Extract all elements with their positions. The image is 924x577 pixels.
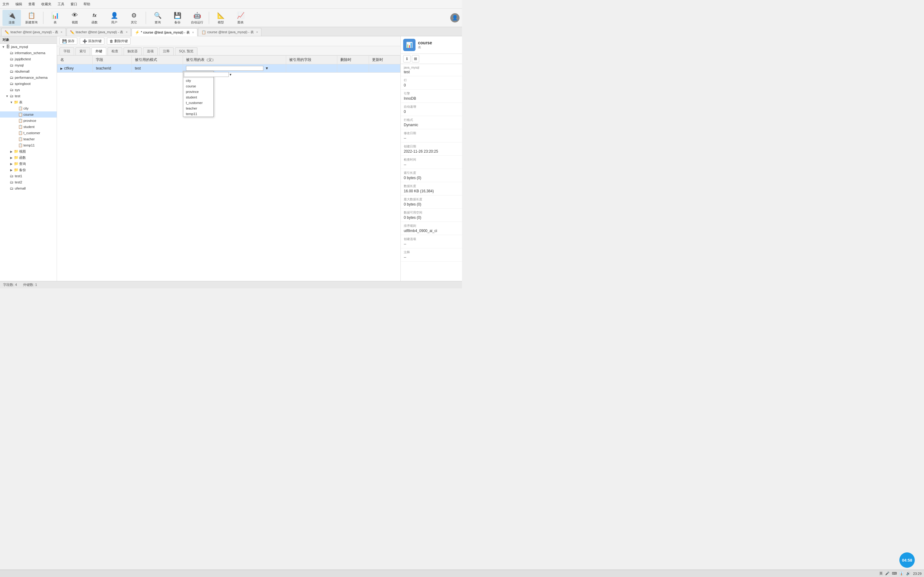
dropdown-item-province[interactable]: province xyxy=(183,89,213,95)
tab-close-4[interactable]: × xyxy=(256,31,258,34)
sidebar-item-queries-group[interactable]: ▶ 📁 查询 xyxy=(0,161,57,167)
sidebar-item-jspjdbctest[interactable]: 🗂 jspjdbctest xyxy=(0,56,57,62)
user-button[interactable]: 👤 用户 xyxy=(105,10,123,26)
sidebar-item-backup-group[interactable]: ▶ 📁 备份 xyxy=(0,167,57,173)
label-test1: test1 xyxy=(15,174,22,178)
tab-indexes[interactable]: 索引 xyxy=(76,47,90,55)
menu-window[interactable]: 窗口 xyxy=(71,2,77,6)
tab-checks[interactable]: 检查 xyxy=(108,47,122,55)
backup-button[interactable]: 💾 备份 xyxy=(168,10,187,26)
sidebar-item-test[interactable]: ▼ 🗂 test xyxy=(0,93,57,99)
sidebar-item-tables-group[interactable]: ▼ 📁 表 xyxy=(0,99,57,105)
user-avatar[interactable]: 👤 xyxy=(450,13,460,23)
sidebar-item-mysql[interactable]: 🗂 mysql xyxy=(0,62,57,68)
dropdown-item-t_customer[interactable]: t_customer xyxy=(183,100,213,106)
tab-course-modified[interactable]: ⚡ * course @test (java_mysql) - 表 × xyxy=(131,28,197,36)
dropdown-item-city[interactable]: city xyxy=(183,78,213,84)
cell-field[interactable]: teacherid xyxy=(93,64,131,73)
dropdown-close-arrow[interactable]: ▼ xyxy=(229,72,232,77)
sidebar-item-sys[interactable]: 🗂 sys xyxy=(0,87,57,93)
table-row[interactable]: ▶ ctfkey teacherid test ▼ xyxy=(57,64,401,73)
other-button[interactable]: ⚙ 其它 xyxy=(125,10,143,26)
sidebar-item-views-group[interactable]: ▶ 📁 视图 xyxy=(0,148,57,155)
sidebar-item-course[interactable]: 📋 course xyxy=(0,111,57,118)
menu-edit[interactable]: 编辑 xyxy=(15,2,22,6)
dropdown-item-student[interactable]: student xyxy=(183,95,213,100)
sidebar-item-java_mysql[interactable]: ▼ 🗄 java_mysql xyxy=(0,44,57,50)
sidebar-item-student[interactable]: 📋 student xyxy=(0,124,57,130)
view-label: 视图 xyxy=(72,20,78,25)
remove-fk-button[interactable]: 🗑 删除外键 xyxy=(107,37,131,45)
dropdown-item-course[interactable]: course xyxy=(183,84,213,89)
prop-check-time-section: 检查时间 -- xyxy=(401,156,462,169)
add-fk-button[interactable]: ➕ 添加外键 xyxy=(80,37,104,45)
dropdown-item-temp11[interactable]: temp11 xyxy=(183,111,213,117)
cell-ref-table[interactable]: ▼ ▼ city course province student xyxy=(183,64,286,73)
sidebar-item-province[interactable]: 📋 province xyxy=(0,118,57,124)
prop-row-format-value: Dynamic xyxy=(404,123,459,127)
sidebar-item-information_schema[interactable]: 🗂 information_schema xyxy=(0,50,57,56)
tab-teacher-1[interactable]: ✏️ teacher @test (java_mysql) - 表 × xyxy=(1,28,66,36)
tab-fields[interactable]: 字段 xyxy=(60,47,74,55)
ref-table-input[interactable] xyxy=(186,66,263,71)
tab-sql-preview[interactable]: SQL 预览 xyxy=(175,47,197,55)
auto-run-button[interactable]: 🤖 自动运行 xyxy=(188,10,206,26)
menu-view[interactable]: 查看 xyxy=(28,2,35,6)
sidebar-item-springboot[interactable]: 🗂 springboot xyxy=(0,81,57,87)
folder-icon-queries: 📁 xyxy=(13,161,18,166)
tab-triggers[interactable]: 触发器 xyxy=(123,47,142,55)
right-panel-grid-icon[interactable]: ⊞ xyxy=(412,55,419,63)
sidebar-item-funcs-group[interactable]: ▶ 📁 函数 xyxy=(0,155,57,161)
tab-comments[interactable]: 注释 xyxy=(159,47,174,55)
menu-help[interactable]: 帮助 xyxy=(84,2,90,6)
view-button[interactable]: 👁 视图 xyxy=(66,10,84,26)
dropdown-header: ▼ xyxy=(183,71,213,78)
sidebar-item-city[interactable]: 📋 city xyxy=(0,105,57,111)
cell-on-update[interactable] xyxy=(369,64,400,73)
sidebar-item-teacher[interactable]: 📋 teacher xyxy=(0,136,57,142)
label-springboot: springboot xyxy=(15,82,31,85)
save-label: 保存 xyxy=(68,39,74,44)
connect-button[interactable]: 🔌 连接 xyxy=(2,10,21,26)
tab-options[interactable]: 选项 xyxy=(143,47,158,55)
sidebar-item-nbufemall[interactable]: 🗂 nbufemall xyxy=(0,68,57,74)
label-province: province xyxy=(23,119,36,122)
cell-ref-field[interactable] xyxy=(286,64,337,73)
tab-close-1[interactable]: × xyxy=(61,31,63,34)
function-button[interactable]: fx 函数 xyxy=(85,10,104,26)
tab-close-2[interactable]: × xyxy=(126,31,128,34)
dropdown-item-teacher[interactable]: teacher xyxy=(183,106,213,111)
cell-ref-schema[interactable]: test xyxy=(131,64,183,73)
menu-file[interactable]: 文件 xyxy=(2,2,9,6)
menu-tools[interactable]: 工具 xyxy=(58,2,65,6)
prop-engine-label: 引擎 xyxy=(404,92,459,96)
model-button[interactable]: 📐 模型 xyxy=(212,10,230,26)
tab-icon-4: 📋 xyxy=(202,30,206,34)
prop-row-format-section: 行格式 Dynamic xyxy=(401,116,462,129)
query-button[interactable]: 🔍 查询 xyxy=(149,10,167,26)
sidebar-item-test1[interactable]: 🗂 test1 xyxy=(0,173,57,179)
sidebar-item-test2[interactable]: 🗂 test2 xyxy=(0,179,57,185)
tab-teacher-2[interactable]: ✏️ teacher @test (java_mysql) - 表 × xyxy=(66,28,131,36)
sidebar-item-ufemall[interactable]: 🗂 ufemall xyxy=(0,185,57,192)
chart-button[interactable]: 📈 图表 xyxy=(231,10,250,26)
folder-icon-views: 📁 xyxy=(13,149,18,154)
tab-close-3[interactable]: × xyxy=(192,31,194,34)
dropdown-search-input[interactable] xyxy=(184,72,229,77)
tab-label-2: teacher @test (java_mysql) - 表 xyxy=(76,30,123,34)
new-query-button[interactable]: 📋 新建查询 xyxy=(22,10,40,26)
sidebar-item-temp11[interactable]: 📋 temp11 xyxy=(0,142,57,148)
dropdown-trigger[interactable]: ▼ xyxy=(264,66,269,71)
save-button[interactable]: 💾 保存 xyxy=(60,37,77,45)
sidebar-item-t_customer[interactable]: 📋 t_customer xyxy=(0,130,57,136)
right-panel-info-icon[interactable]: ℹ xyxy=(403,55,410,63)
table-button[interactable]: 📊 表 xyxy=(46,10,65,26)
cell-on-delete[interactable] xyxy=(337,64,369,73)
add-fk-icon: ➕ xyxy=(82,39,87,44)
sidebar-item-performance_schema[interactable]: 🗂 performance_schema xyxy=(0,74,57,81)
tab-foreign-keys[interactable]: 外键 xyxy=(92,47,106,55)
menu-favorites[interactable]: 收藏夹 xyxy=(41,2,52,6)
label-jspjdbctest: jspjdbctest xyxy=(15,57,31,61)
cell-name[interactable]: ▶ ctfkey xyxy=(57,64,93,73)
tab-course-4[interactable]: 📋 course @test (java_mysql) - 表 × xyxy=(198,28,262,36)
